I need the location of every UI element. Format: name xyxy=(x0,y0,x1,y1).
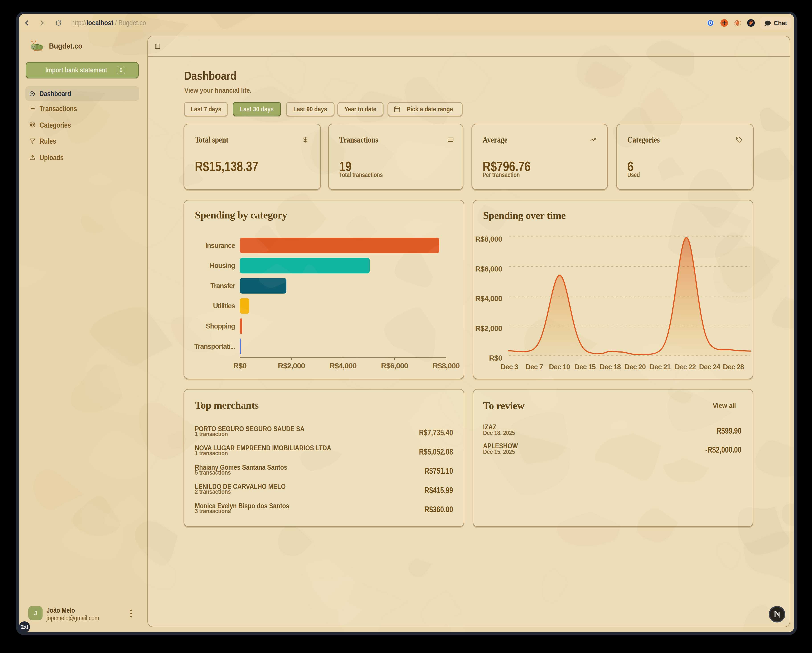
svg-text:Dec 15: Dec 15 xyxy=(575,363,596,371)
svg-text:Dec 22: Dec 22 xyxy=(675,363,696,371)
svg-text:Utilities: Utilities xyxy=(213,302,235,310)
svg-text:R$0: R$0 xyxy=(233,362,246,370)
svg-text:R$0: R$0 xyxy=(489,354,502,362)
svg-text:R$4,000: R$4,000 xyxy=(330,362,357,370)
svg-text:Dec 10: Dec 10 xyxy=(549,363,570,371)
svg-text:R$6,000: R$6,000 xyxy=(381,362,408,370)
svg-text:Transportati...: Transportati... xyxy=(194,343,235,350)
svg-text:R$6,000: R$6,000 xyxy=(475,265,502,273)
svg-text:Dec 3: Dec 3 xyxy=(501,363,518,371)
svg-text:Dec 24: Dec 24 xyxy=(699,363,720,371)
svg-text:Dec 20: Dec 20 xyxy=(625,363,646,371)
svg-text:Dec 21: Dec 21 xyxy=(650,363,671,371)
svg-text:Dec 7: Dec 7 xyxy=(526,363,543,371)
svg-text:R$8,000: R$8,000 xyxy=(432,362,460,370)
svg-text:Insurance: Insurance xyxy=(205,242,235,249)
svg-text:Housing: Housing xyxy=(210,262,235,270)
svg-text:R$4,000: R$4,000 xyxy=(475,294,502,303)
svg-text:R$2,000: R$2,000 xyxy=(475,324,502,333)
svg-text:Dec 28: Dec 28 xyxy=(723,363,744,371)
svg-text:R$2,000: R$2,000 xyxy=(278,362,305,370)
svg-text:Shopping: Shopping xyxy=(206,322,235,330)
svg-text:Transfer: Transfer xyxy=(211,282,235,290)
svg-text:R$8,000: R$8,000 xyxy=(475,235,502,243)
svg-text:Dec 18: Dec 18 xyxy=(600,363,621,371)
